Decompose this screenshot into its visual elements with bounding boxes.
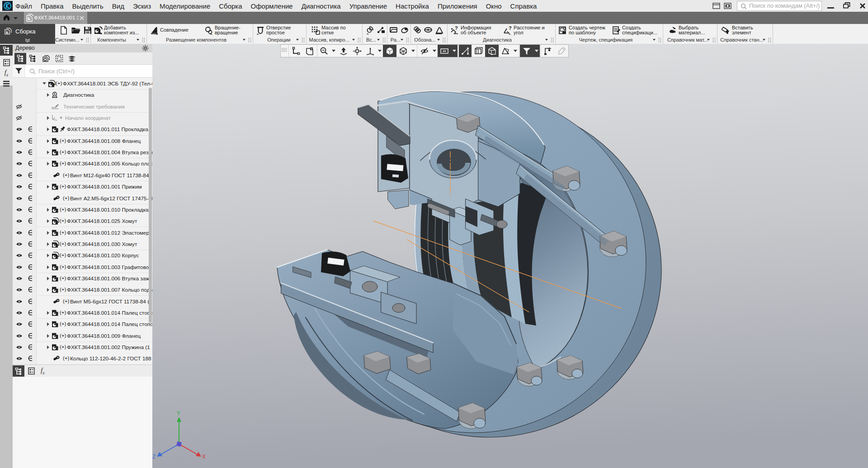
svg-text:?: ? [455,26,458,31]
svg-text:Z: Z [152,454,156,460]
svg-text:X: X [202,454,206,460]
svg-text:Y: Y [177,410,180,416]
svg-text:?: ? [509,26,512,31]
